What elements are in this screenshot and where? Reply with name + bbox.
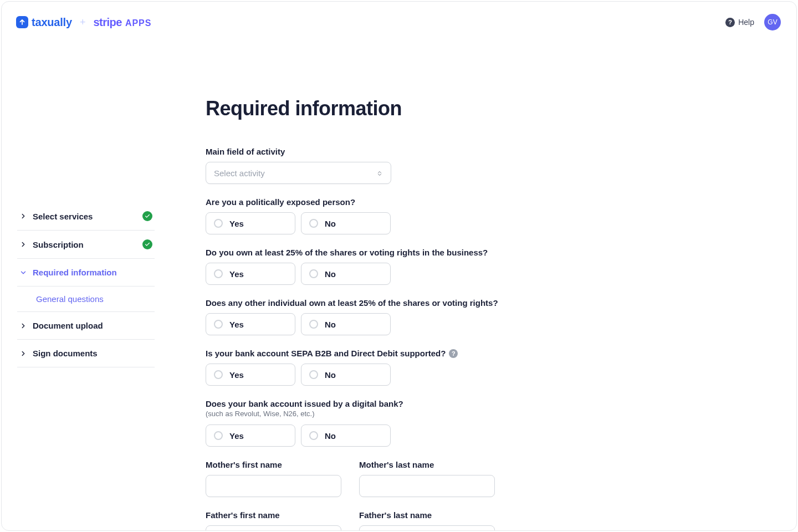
shares-other-no-option[interactable]: No [301, 313, 391, 335]
radio-icon [214, 431, 223, 440]
activity-select[interactable]: Select activity [206, 162, 391, 184]
select-placeholder: Select activity [214, 168, 265, 178]
field-mother-names: Mother's first name Mother's last name [206, 460, 783, 497]
radio-label: Yes [229, 370, 244, 380]
pep-yes-option[interactable]: Yes [206, 212, 295, 234]
field-label: Does your bank account issued by a digit… [206, 399, 783, 408]
main-content: Required information Main field of activ… [192, 36, 783, 531]
radio-label: No [325, 269, 336, 279]
field-pep: Are you a politically exposed person? Ye… [206, 197, 783, 234]
page-title: Required information [206, 97, 783, 120]
field-label: Is your bank account SEPA B2B and Direct… [206, 349, 783, 358]
sepa-no-option[interactable]: No [301, 364, 391, 386]
radio-label: No [325, 219, 336, 228]
select-chevron-icon [376, 169, 383, 177]
sidebar-item-label: Subscription [33, 240, 84, 249]
field-label: Main field of activity [206, 147, 783, 156]
avatar[interactable]: GV [764, 14, 781, 30]
brand-block: taxually + stripe APPS [16, 16, 151, 29]
field-label: Father's first name [206, 510, 341, 520]
chevron-right-icon [19, 350, 27, 357]
field-label: Are you a politically exposed person? [206, 197, 783, 207]
field-label: Father's last name [359, 510, 495, 520]
info-icon[interactable]: ? [449, 349, 458, 358]
radio-icon [214, 219, 223, 228]
radio-icon [214, 320, 223, 329]
shares-other-yes-option[interactable]: Yes [206, 313, 295, 335]
header-actions: ? Help GV [725, 14, 781, 30]
brand-taxually: taxually [16, 16, 72, 29]
taxually-logo-icon [16, 16, 28, 28]
help-icon: ? [725, 18, 735, 27]
field-sepa: Is your bank account SEPA B2B and Direct… [206, 349, 783, 386]
shares-self-no-option[interactable]: No [301, 263, 391, 285]
sepa-yes-option[interactable]: Yes [206, 364, 295, 386]
field-hint: (such as Revolut, Wise, N26, etc.) [206, 410, 783, 418]
mother-first-name-input[interactable] [206, 475, 341, 497]
chevron-down-icon [19, 269, 27, 277]
radio-label: Yes [229, 269, 244, 279]
radio-icon [309, 320, 318, 329]
help-link[interactable]: ? Help [725, 18, 754, 27]
sidebar-subitem-general-questions[interactable]: General questions [17, 287, 155, 312]
sidebar-item-document-upload[interactable]: Document upload [17, 312, 155, 340]
radio-icon [309, 370, 318, 379]
apps-text: APPS [125, 18, 152, 28]
field-label: Do you own at least 25% of the shares or… [206, 248, 783, 257]
digital-bank-no-option[interactable]: No [301, 424, 391, 447]
radio-icon [309, 219, 318, 228]
field-shares-other: Does any other individual own at least 2… [206, 298, 783, 335]
radio-label: Yes [229, 219, 244, 228]
field-label: Does any other individual own at least 2… [206, 298, 783, 308]
radio-label: Yes [229, 431, 244, 441]
app-header: taxually + stripe APPS ? Help GV [2, 2, 796, 36]
sidebar-item-label: Select services [33, 212, 93, 221]
radio-icon [214, 269, 223, 278]
sidebar-item-label: Required information [33, 268, 117, 277]
field-label: Mother's last name [359, 460, 495, 469]
radio-label: No [325, 431, 336, 441]
chevron-right-icon [19, 322, 27, 330]
plus-icon: + [80, 17, 86, 28]
field-label-text: Is your bank account SEPA B2B and Direct… [206, 349, 446, 358]
brand-stripe-apps: stripe APPS [93, 16, 151, 29]
father-last-name-input[interactable] [359, 525, 495, 531]
field-shares-self: Do you own at least 25% of the shares or… [206, 248, 783, 285]
radio-icon [309, 431, 318, 440]
radio-icon [309, 269, 318, 278]
taxually-text: taxually [32, 16, 72, 29]
radio-icon [214, 370, 223, 379]
sidebar-item-label: Document upload [33, 321, 103, 330]
check-circle-icon [142, 239, 152, 249]
field-main-activity: Main field of activity Select activity [206, 147, 783, 184]
shares-self-yes-option[interactable]: Yes [206, 263, 295, 285]
radio-label: Yes [229, 320, 244, 329]
check-circle-icon [142, 211, 152, 221]
stripe-text: stripe [93, 16, 121, 29]
sidebar-item-subscription[interactable]: Subscription [17, 231, 155, 259]
field-father-names: Father's first name Father's last name [206, 510, 783, 531]
radio-label: No [325, 370, 336, 380]
chevron-right-icon [19, 212, 27, 220]
digital-bank-yes-option[interactable]: Yes [206, 424, 295, 447]
father-first-name-input[interactable] [206, 525, 341, 531]
mother-last-name-input[interactable] [359, 475, 495, 497]
sidebar-item-label: Sign documents [33, 349, 98, 358]
sidebar-item-select-services[interactable]: Select services [17, 202, 155, 231]
radio-label: No [325, 320, 336, 329]
chevron-right-icon [19, 241, 27, 248]
sidebar-item-required-information[interactable]: Required information [17, 259, 155, 287]
field-label: Mother's first name [206, 460, 341, 469]
sidebar-item-sign-documents[interactable]: Sign documents [17, 340, 155, 367]
pep-no-option[interactable]: No [301, 212, 391, 234]
field-digital-bank: Does your bank account issued by a digit… [206, 399, 783, 447]
help-label: Help [738, 18, 754, 27]
sidebar: Select services Subscription [15, 36, 192, 531]
